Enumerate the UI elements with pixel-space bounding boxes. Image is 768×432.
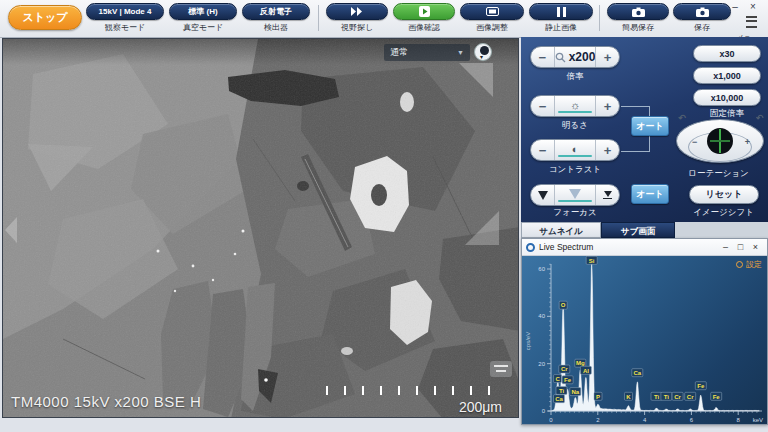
- rotation-minus-button[interactable]: −: [692, 137, 697, 147]
- sun-icon: ☼: [570, 100, 580, 110]
- quick-save-group: 簡易保存: [607, 3, 669, 33]
- peak-label-Al: Al: [583, 368, 589, 374]
- peak-label-Ti: Ti: [654, 394, 660, 400]
- x-axis-unit-label: keV: [753, 417, 763, 423]
- move-field-bottom-right-arrow[interactable]: [465, 211, 499, 245]
- y-axis-tick-label: 40: [538, 313, 545, 319]
- spectrum-settings-button[interactable]: 設定: [736, 259, 762, 270]
- magnification-minus-button[interactable]: −: [531, 47, 555, 67]
- scale-bar: [326, 386, 504, 395]
- save-group: 保存: [673, 3, 731, 33]
- x-axis-tick-label: 0: [549, 417, 553, 423]
- magnification-value-display[interactable]: x200: [555, 47, 596, 67]
- move-field-left-arrow[interactable]: [5, 217, 17, 243]
- magnification-stepper: − x200 +: [530, 46, 620, 68]
- focus-indicator[interactable]: [555, 185, 595, 205]
- brightness-label: 明るさ: [530, 120, 620, 132]
- x-axis-tick-label: 4: [643, 417, 647, 423]
- live-spectrum-window: Live Spectrum – □ × 020406002468keVcps/e…: [521, 238, 768, 425]
- preset-x30-button[interactable]: x30: [693, 45, 761, 62]
- save-label: 保存: [673, 22, 731, 33]
- image-adjust-button[interactable]: [460, 3, 524, 20]
- fast-forward-icon: [350, 7, 364, 16]
- freeze-image-button[interactable]: [529, 3, 593, 20]
- brightness-indicator[interactable]: ☼: [555, 96, 595, 116]
- fine-focus-button[interactable]: [595, 185, 619, 205]
- x-axis-tick-label: 2: [596, 417, 600, 423]
- window-minimize-button[interactable]: –: [728, 1, 742, 13]
- peak-label-Si: Si: [589, 258, 595, 264]
- rotation-crosshair: [707, 128, 733, 154]
- stop-button[interactable]: ストップ: [8, 5, 82, 30]
- spectrum-minimize-button[interactable]: –: [718, 240, 733, 255]
- sem-bse-image: [3, 39, 519, 418]
- tab-thumbnail[interactable]: サムネイル: [521, 222, 601, 238]
- magnification-plus-button[interactable]: +: [595, 47, 619, 67]
- spectrum-curve: [551, 264, 759, 411]
- peak-label-Cr: Cr: [561, 366, 568, 372]
- auto-focus-button[interactable]: オート: [631, 184, 669, 204]
- vacuum-mode-button[interactable]: 標準 (H): [169, 3, 237, 20]
- image-check-button[interactable]: [393, 3, 455, 20]
- freeze-image-label: 静止画像: [529, 22, 593, 33]
- preset-x1000-button[interactable]: x1,000: [693, 67, 761, 84]
- camera-icon: [696, 7, 709, 17]
- preset-x10000-button[interactable]: x10,000: [693, 89, 761, 106]
- rotation-control[interactable]: ↶ ↷ − +: [676, 113, 766, 169]
- field-search-group: 視野探し: [326, 3, 388, 33]
- x-axis-tick-label: 6: [690, 417, 694, 423]
- rotation-plus-button[interactable]: +: [745, 137, 750, 147]
- spectrum-settings-label: 設定: [746, 259, 762, 270]
- field-search-label: 視野探し: [326, 22, 388, 33]
- x-axis-tick-label: 8: [737, 417, 741, 423]
- field-search-button[interactable]: [326, 3, 388, 20]
- peak-label-Fe: Fe: [697, 383, 705, 389]
- image-check-label: 画像確認: [393, 22, 455, 33]
- observation-mode-button[interactable]: 15kV | Mode 4: [86, 3, 164, 20]
- spectrum-maximize-button[interactable]: □: [733, 240, 748, 255]
- eds-spectrum-plot: 020406002468keVcps/eVCCaTiOCrFeNaMgAlSiP…: [522, 256, 767, 424]
- peak-label-Fe: Fe: [564, 377, 572, 383]
- contrast-indicator[interactable]: ◐: [555, 140, 595, 160]
- brightness-minus-button[interactable]: −: [531, 96, 555, 116]
- save-button[interactable]: [673, 3, 731, 20]
- peak-label-Fe: Fe: [713, 394, 721, 400]
- sem-image-viewport[interactable]: 通常 ▼ ▾ TM4000 15kV x200 BSE H 200μm: [2, 38, 519, 418]
- image-data-caption: TM4000 15kV x200 BSE H: [11, 393, 201, 418]
- gear-icon: [736, 261, 743, 268]
- contrast-minus-button[interactable]: −: [531, 140, 555, 160]
- peak-label-Mg: Mg: [576, 360, 585, 366]
- data-zone-widget[interactable]: [490, 361, 512, 377]
- spectrum-title-bar[interactable]: Live Spectrum – □ ×: [522, 239, 767, 256]
- auto-brightness-contrast-button[interactable]: オート: [631, 116, 669, 136]
- fine-focus-underline: [603, 198, 612, 200]
- peak-label-Cr: Cr: [674, 394, 681, 400]
- contrast-icon: ◐: [572, 144, 579, 154]
- spectrum-chart-area[interactable]: 020406002468keVcps/eVCCaTiOCrFeNaMgAlSiP…: [522, 256, 767, 424]
- image-shift-reset-button[interactable]: リセット: [689, 185, 759, 204]
- spectrum-close-button[interactable]: ×: [748, 240, 763, 255]
- rotate-ccw-icon[interactable]: ↶: [678, 113, 686, 123]
- brightness-plus-button[interactable]: +: [595, 96, 619, 116]
- tab-sub-screen[interactable]: サブ画面: [601, 222, 675, 238]
- move-field-top-right-arrow[interactable]: [459, 63, 493, 97]
- image-shift-label: イメージシフト: [681, 207, 766, 219]
- contrast-plus-button[interactable]: +: [595, 140, 619, 160]
- magnifier-icon: [555, 52, 566, 63]
- y-axis-tick-label: 20: [538, 361, 545, 367]
- detector-button[interactable]: 反射電子: [242, 3, 310, 20]
- spectrum-window-title: Live Spectrum: [539, 242, 718, 252]
- coarse-focus-button[interactable]: [531, 185, 555, 205]
- contrast-label: コントラスト: [530, 164, 620, 176]
- stage-orientation-icon[interactable]: ▾: [474, 43, 492, 61]
- rotate-cw-icon[interactable]: ↷: [756, 113, 764, 123]
- image-adjust-label: 画像調整: [460, 22, 524, 33]
- detector-group: 反射電子 検出器: [242, 3, 310, 33]
- peak-label-Cr: Cr: [687, 394, 694, 400]
- peak-label-Ti: Ti: [559, 388, 565, 394]
- focus-level-bar: [558, 200, 592, 202]
- image-mode-dropdown[interactable]: 通常 ▼: [384, 44, 470, 61]
- window-close-button[interactable]: ×: [746, 1, 760, 13]
- quick-save-label: 簡易保存: [607, 22, 669, 33]
- quick-save-button[interactable]: [607, 3, 669, 20]
